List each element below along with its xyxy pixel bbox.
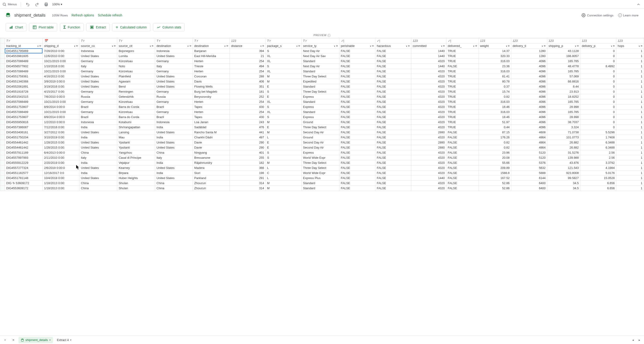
cell[interactable]: India	[155, 160, 193, 165]
cell[interactable]: Three Day Select	[302, 74, 339, 79]
cell[interactable]: Next Day Air	[302, 48, 339, 53]
cell[interactable]: United States	[80, 175, 117, 180]
cell[interactable]: FALSE	[339, 74, 375, 79]
cell[interactable]: Mau	[117, 135, 155, 140]
cell[interactable]: XL	[266, 53, 302, 59]
column-header-package_s[interactable]: package_s▾ ≡	[266, 43, 302, 48]
cell[interactable]: DIG4557088489	[5, 99, 43, 104]
cell[interactable]: 4096	[511, 125, 547, 130]
column-header-shipping_d[interactable]: shipping_d▾ ≡	[42, 43, 80, 48]
cell[interactable]: Three Day Select	[302, 89, 339, 94]
cell[interactable]: Italy	[155, 155, 193, 160]
cell[interactable]: 18.8252	[547, 94, 580, 99]
cell[interactable]: 4/15/2017 0:00:	[42, 89, 80, 94]
cell[interactable]: 494	[230, 64, 266, 69]
cell[interactable]: Noto	[117, 64, 155, 69]
refresh-options-link[interactable]: Refresh options	[72, 14, 94, 17]
table-row[interactable]: DIG455708848910/21/2015 0:00GermanyKünze…	[0, 69, 644, 74]
cell[interactable]: Express	[302, 150, 339, 155]
cell[interactable]: 15.0528	[580, 175, 616, 180]
row-header[interactable]	[0, 165, 5, 170]
cell[interactable]: DIG4553609172	[5, 186, 43, 191]
cell[interactable]: DIG4551753807	[5, 114, 43, 119]
cell[interactable]: 4096	[511, 64, 547, 69]
cell[interactable]: FALSE	[339, 155, 375, 160]
cell[interactable]: 1	[616, 89, 644, 94]
column-header-service_ty[interactable]: service_ty▾ ≡	[302, 43, 339, 48]
cell[interactable]: 476	[230, 125, 266, 130]
cell[interactable]: FALSE	[339, 135, 375, 140]
cell[interactable]: DIG4557277324	[5, 165, 43, 170]
table-row[interactable]: DIG45572773242/6/2019 0:00:0United State…	[0, 165, 644, 170]
cell[interactable]: Expedited	[302, 79, 339, 84]
table-row[interactable]: DIG455398160512/6/2010 0:00:United State…	[0, 53, 644, 59]
cell[interactable]: C	[266, 170, 302, 175]
cell[interactable]: Three Day Select	[302, 165, 339, 170]
cell[interactable]: Standard	[302, 109, 339, 114]
cell[interactable]: India	[80, 135, 117, 140]
cell[interactable]: 1	[616, 74, 644, 79]
cell[interactable]: 0.82	[478, 94, 511, 99]
column-type-cell[interactable]: 123	[511, 38, 547, 43]
cell[interactable]: FALSE	[375, 186, 411, 191]
table-row[interactable]: DIG45534061613/27/2012 0:00:United State…	[0, 130, 644, 135]
cell[interactable]: FALSE	[339, 119, 375, 125]
cell[interactable]: Germany	[155, 99, 193, 104]
cell[interactable]: DIG ↻ 53609172	[5, 180, 43, 186]
cell[interactable]: 3/10/2019 0:00:	[42, 135, 80, 140]
cell[interactable]: 1	[616, 130, 644, 135]
cell[interactable]: Shrīrangapattan	[117, 125, 155, 130]
cell[interactable]: 12/16/2017 0:0	[42, 170, 80, 175]
cell[interactable]: Vejalpur	[117, 160, 155, 165]
cell[interactable]: 255	[230, 155, 266, 160]
cell[interactable]: 1	[616, 145, 644, 150]
cell[interactable]: 1	[616, 180, 644, 186]
column-type-cell[interactable]: 123	[580, 38, 616, 43]
cell[interactable]: 1	[616, 160, 644, 165]
cell[interactable]: FALSE	[375, 74, 411, 79]
cell[interactable]: 8.4992	[580, 64, 616, 69]
row-header[interactable]	[0, 64, 5, 69]
cell[interactable]: 1	[616, 175, 644, 180]
cell[interactable]: 2880	[411, 145, 446, 150]
cell[interactable]: 0.82	[478, 145, 511, 150]
cell[interactable]: DIG4555950816	[5, 119, 43, 125]
column-type-cell[interactable]: 123	[230, 38, 266, 43]
cell[interactable]: Bend	[117, 84, 155, 89]
cell[interactable]: China	[155, 180, 193, 186]
cell[interactable]: DIG4553981605	[5, 53, 43, 59]
cell[interactable]: DIG4557088489	[5, 59, 43, 64]
cell[interactable]: 101.0773	[547, 135, 580, 140]
cell[interactable]: Germany	[155, 59, 193, 64]
cell[interactable]: FALSE	[339, 170, 375, 175]
cell[interactable]: Agawam	[117, 79, 155, 84]
cell[interactable]: 1	[616, 104, 644, 109]
cell[interactable]: Künzelsau	[117, 59, 155, 64]
cell[interactable]: S	[266, 48, 302, 53]
cell[interactable]: Second Day Air	[302, 145, 339, 150]
cell[interactable]: Davie	[193, 145, 230, 150]
cell[interactable]: Germany	[80, 59, 117, 64]
cell[interactable]: E	[266, 140, 302, 145]
cell[interactable]: FALSE	[339, 125, 375, 130]
cell[interactable]: 1	[616, 125, 644, 130]
cell[interactable]: 497	[230, 135, 266, 140]
cell[interactable]: 176.26	[478, 135, 511, 140]
table-row[interactable]: DIG45517538078/9/2014 0:00:0BrazilBarra …	[0, 104, 644, 109]
cell[interactable]: FALSE	[446, 160, 478, 165]
cell[interactable]: 4096	[511, 74, 547, 79]
table-row[interactable]: DIG455178114810/4/2018 0:00:United State…	[0, 175, 644, 180]
cell[interactable]: FALSE	[446, 135, 478, 140]
cell[interactable]: 254	[230, 59, 266, 64]
cell[interactable]: 4320	[411, 89, 446, 94]
cell[interactable]: 6400	[511, 186, 547, 191]
cell[interactable]: 0	[580, 94, 616, 99]
cell[interactable]: 366	[230, 165, 266, 170]
row-header[interactable]	[0, 180, 5, 186]
cell[interactable]: 1	[616, 84, 644, 89]
cell[interactable]: 99.5827	[547, 175, 580, 180]
cell[interactable]: Standard	[302, 180, 339, 186]
cell[interactable]: E	[266, 145, 302, 150]
cell[interactable]: TRUE	[446, 48, 478, 53]
cell[interactable]: Ypsilanti	[117, 140, 155, 145]
